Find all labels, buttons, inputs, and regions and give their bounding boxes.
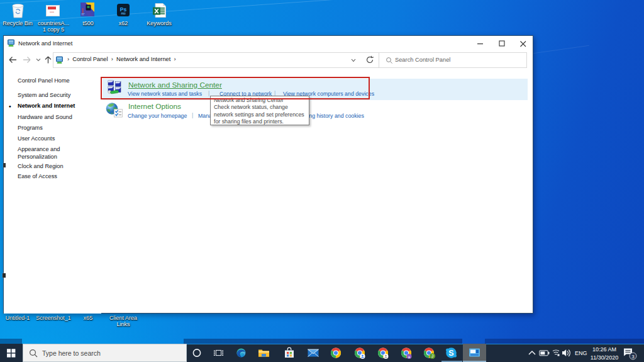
svg-text:PSD: PSD	[121, 13, 126, 15]
svg-text:Ps: Ps	[120, 6, 127, 13]
svg-text:J: J	[431, 354, 433, 358]
svg-text:S: S	[448, 349, 453, 358]
svg-text:3: 3	[631, 354, 635, 359]
